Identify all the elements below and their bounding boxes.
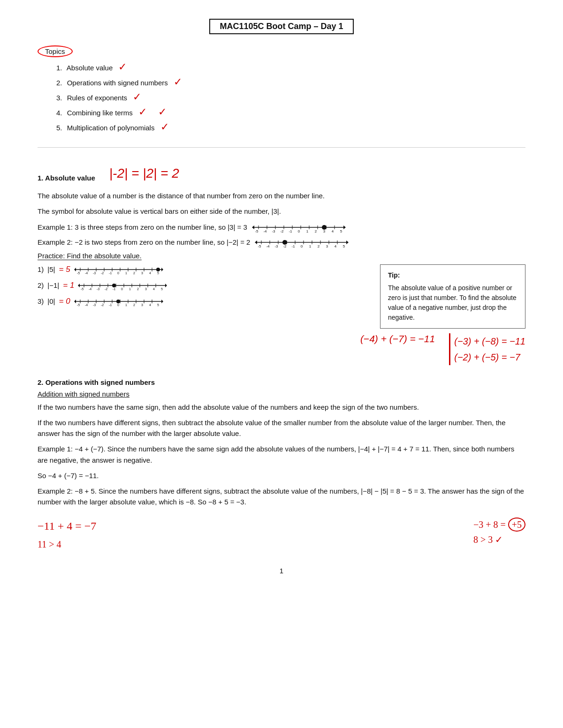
checkmark-icon: ✓ <box>158 106 167 118</box>
topics-section: Topics 1. Absolute value ✓ 2. Operations… <box>38 45 525 133</box>
checkmark-icon: ✓ <box>133 91 141 103</box>
svg-text:5: 5 <box>343 244 345 248</box>
section1-heading: 1. Absolute value <box>38 174 95 182</box>
section2: 2. Operations with signed numbers Additi… <box>38 378 525 508</box>
svg-marker-102 <box>74 300 76 303</box>
checkmark-icon: ✓ <box>118 61 127 73</box>
svg-text:5: 5 <box>161 287 163 291</box>
rule2-text: If the two numbers have different signs,… <box>38 417 525 439</box>
page-title: MAC1105C Boot Camp – Day 1 <box>209 19 353 34</box>
subsection-title: Addition with signed numbers <box>38 390 525 398</box>
svg-text:-1: -1 <box>108 271 111 275</box>
svg-text:2: 2 <box>133 303 135 307</box>
svg-text:1: 1 <box>306 229 309 233</box>
list-item: 2. Operations with signed numbers ✓ <box>56 76 525 88</box>
section1-para2: The symbol for absolute value is vertica… <box>38 206 525 217</box>
svg-text:-1: -1 <box>108 303 111 307</box>
list-item: 1. Absolute value ✓ <box>56 61 525 73</box>
svg-text:-4: -4 <box>266 244 270 248</box>
svg-text:3: 3 <box>326 244 328 248</box>
svg-text:-5: -5 <box>81 287 84 291</box>
topics-list: 1. Absolute value ✓ 2. Operations with s… <box>38 61 525 133</box>
svg-text:4: 4 <box>153 287 155 291</box>
rule1-text: If the two numbers have the same sign, t… <box>38 402 525 413</box>
practice-item-2: 2) |−1| = 1 -5 -4 -3 -2 <box>38 280 366 291</box>
bottom-left-handwriting: −11 + 4 = −7 11 > 4 <box>38 517 96 553</box>
svg-text:-4: -4 <box>84 303 87 307</box>
svg-text:-3: -3 <box>92 303 95 307</box>
section2-heading: 2. Operations with signed numbers <box>38 378 525 386</box>
svg-text:-3: -3 <box>275 244 279 248</box>
practice-item-3: 3) |0| = 0 -5 -4 -3 -2 - <box>38 296 366 307</box>
svg-text:4: 4 <box>149 271 151 275</box>
example2-text: Example 2: −2 is two steps from zero on … <box>38 238 250 246</box>
svg-text:-2: -2 <box>100 303 103 307</box>
svg-text:-1: -1 <box>289 229 292 233</box>
tip-text: The absolute value of a positive number … <box>388 283 517 323</box>
practice-item-1: 1) |5| = 5 -5 -4 -3 -2 - <box>38 264 366 275</box>
svg-text:-4: -4 <box>84 271 87 275</box>
svg-point-74 <box>156 268 160 271</box>
svg-text:2: 2 <box>137 287 139 291</box>
svg-text:3: 3 <box>141 303 143 307</box>
number-line-p2: -5 -4 -3 -2 -1 0 1 2 3 4 5 <box>78 280 167 291</box>
topics-label: Topics <box>38 45 73 57</box>
practice-area: 1) |5| = 5 -5 -4 -3 -2 - <box>38 264 525 329</box>
tip-title: Tip: <box>388 270 517 280</box>
svg-text:5: 5 <box>157 303 159 307</box>
svg-text:0: 0 <box>117 271 119 275</box>
list-item: 5. Multiplication of polynomials ✓ <box>56 121 525 133</box>
svg-text:2: 2 <box>318 244 320 248</box>
checkmark-icon: ✓ <box>160 121 169 133</box>
svg-text:-1: -1 <box>292 244 296 248</box>
svg-text:1: 1 <box>125 271 127 275</box>
example1b-ops: So −4 + (−7) = −11. <box>38 470 525 481</box>
svg-text:5: 5 <box>157 271 159 275</box>
svg-text:-5: -5 <box>258 244 262 248</box>
list-item: 4. Combining like terms ✓ ✓ <box>56 106 525 118</box>
list-item: 3. Rules of exponents ✓ <box>56 91 525 103</box>
checkmark-icon: ✓ <box>138 106 147 118</box>
svg-text:-1: -1 <box>113 287 115 291</box>
checkmark-icon: ✓ <box>174 76 182 88</box>
example1-line: Example 1: 3 is three steps from zero on… <box>38 222 525 233</box>
svg-text:-5: -5 <box>76 303 79 307</box>
svg-point-24 <box>322 225 327 230</box>
svg-text:-2: -2 <box>280 229 284 233</box>
svg-text:0: 0 <box>298 229 300 233</box>
svg-point-49 <box>282 240 287 245</box>
svg-text:-2: -2 <box>100 271 103 275</box>
svg-text:-5: -5 <box>76 271 79 275</box>
svg-text:3: 3 <box>145 287 147 291</box>
svg-text:-2: -2 <box>283 244 287 248</box>
red-annotation-formula: (−4) + (−7) = −11 <box>360 333 435 345</box>
svg-text:1: 1 <box>309 244 312 248</box>
svg-text:1: 1 <box>129 287 131 291</box>
svg-point-99 <box>112 284 116 287</box>
svg-text:-5: -5 <box>255 229 259 233</box>
svg-text:-3: -3 <box>272 229 275 233</box>
svg-marker-52 <box>74 268 76 271</box>
svg-text:2: 2 <box>315 229 317 233</box>
svg-marker-1 <box>343 225 346 229</box>
bottom-annotations: −11 + 4 = −7 11 > 4 −3 + 8 = +5 8 > 3 ✓ <box>38 517 525 553</box>
number-line-1: -5 -4 -3 -2 -1 0 1 2 3 4 5 <box>252 222 346 233</box>
svg-text:-3: -3 <box>92 271 95 275</box>
svg-text:3: 3 <box>323 229 326 233</box>
number-line-p1: -5 -4 -3 -2 -1 0 1 2 3 4 5 <box>74 264 163 275</box>
example1-ops: Example 1: −4 + (−7). Since the numbers … <box>38 443 525 465</box>
svg-text:-4: -4 <box>89 287 91 291</box>
svg-marker-76 <box>165 284 167 287</box>
tip-box: Tip: The absolute value of a positive nu… <box>380 264 525 329</box>
svg-text:4: 4 <box>332 229 334 233</box>
answer-3: = 0 <box>59 297 70 306</box>
svg-text:-4: -4 <box>263 229 267 233</box>
svg-marker-77 <box>78 284 80 287</box>
example2-ops: Example 2: −8 + 5. Since the numbers hav… <box>38 486 525 508</box>
svg-text:-3: -3 <box>97 287 99 291</box>
svg-text:1: 1 <box>125 303 127 307</box>
section1-para1: The absolute value of a number is the di… <box>38 190 525 201</box>
svg-text:4: 4 <box>335 244 337 248</box>
page-number: 1 <box>38 567 525 575</box>
bottom-right-handwriting: −3 + 8 = +5 8 > 3 ✓ <box>473 517 525 547</box>
